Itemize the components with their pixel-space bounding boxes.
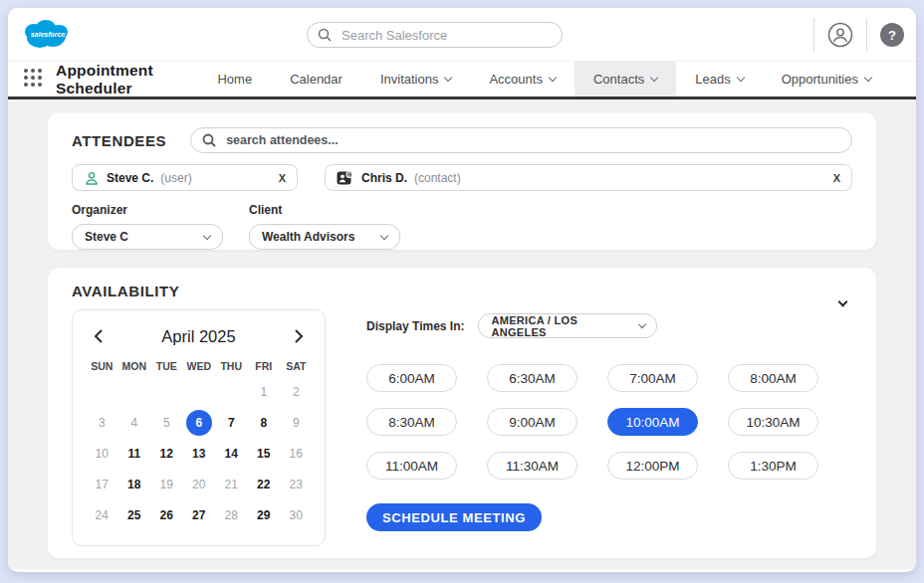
attendees-card: ATTENDEES Steve C.(user)X@Chris D.(conta… [47,111,877,251]
calendar-day[interactable]: 2 [283,379,309,405]
nav-item-label: Leads [695,72,730,87]
time-slot-button[interactable]: 1:30PM [728,452,818,480]
calendar-day[interactable]: 8 [251,410,277,436]
calendar: April 2025 SUNMONTUEWEDTHUFRISAT 1234567… [72,309,326,546]
collapse-section-button[interactable] [835,290,850,312]
global-search[interactable] [307,22,563,48]
help-button[interactable]: ? [880,23,904,47]
calendar-day[interactable]: 20 [186,472,212,497]
attendee-chip[interactable]: Steve C.(user)X [72,164,298,191]
calendar-day[interactable]: 28 [218,502,244,528]
client-select[interactable]: Wealth Advisors [249,224,400,250]
calendar-day-cell: 30 [280,499,313,530]
attendee-chip[interactable]: @Chris D.(contact)X [325,164,852,191]
calendar-day[interactable]: 24 [89,502,115,528]
calendar-day[interactable]: 5 [153,410,179,436]
client-label: Client [249,203,426,217]
app-title: Appointment Scheduler [56,62,198,97]
calendar-day-cell [183,376,216,407]
attendee-search[interactable] [190,127,852,153]
attendee-name: Steve C. [107,171,153,185]
calendar-day[interactable]: 3 [89,410,115,436]
remove-attendee-icon[interactable]: X [279,172,286,184]
calendar-day[interactable]: 29 [251,502,277,528]
calendar-day[interactable]: 14 [218,441,244,467]
nav-item-accounts[interactable]: Accounts [470,59,574,97]
calendar-day[interactable]: 4 [121,410,147,436]
nav-item-calendar[interactable]: Calendar [271,59,361,97]
app-launcher-icon[interactable] [24,69,42,91]
time-slot-button[interactable]: 9:00AM [487,408,578,436]
nav-bar: Appointment Scheduler HomeCalendarInvita… [8,62,916,99]
next-month-button[interactable] [290,326,308,346]
availability-title: AVAILABILITY [72,283,852,299]
time-slot-button[interactable]: 10:30AM [728,408,818,436]
calendar-day[interactable]: 11 [121,441,147,467]
calendar-day[interactable]: 6 [186,410,212,436]
calendar-day[interactable]: 22 [251,472,277,497]
time-slot-button[interactable]: 12:00PM [607,452,698,480]
calendar-day[interactable]: 13 [186,441,212,467]
calendar-day[interactable]: 19 [153,472,179,497]
calendar-day[interactable]: 1 [251,379,277,405]
remove-attendee-icon[interactable]: X [833,172,840,184]
calendar-day-cell: 4 [118,407,151,438]
chevron-down-icon [736,74,744,82]
attendee-search-input[interactable] [224,132,840,148]
time-slot-button[interactable]: 7:00AM [607,364,698,392]
time-slot-button[interactable]: 8:30AM [366,408,457,436]
calendar-day-cell [215,376,248,407]
weekday-label: TUE [150,354,183,376]
calendar-day[interactable]: 18 [121,472,147,497]
contact-card-icon: @ [337,170,354,186]
calendar-day[interactable]: 10 [89,441,115,467]
nav-item-invitations[interactable]: Invitations [361,59,471,97]
user-circle-icon [827,22,853,48]
calendar-day[interactable]: 15 [251,441,277,467]
weekday-label: WED [183,354,216,376]
calendar-day[interactable]: 26 [153,502,179,528]
timezone-select[interactable]: AMERICA / LOS ANGELES [478,313,657,338]
divider [813,18,814,52]
calendar-month-label: April 2025 [161,327,235,346]
time-slot-button[interactable]: 6:30AM [487,364,578,392]
nav-item-label: Accounts [489,72,542,87]
search-icon [202,133,216,147]
nav-item-home[interactable]: Home [198,59,271,97]
calendar-day[interactable]: 25 [121,502,147,528]
schedule-meeting-button[interactable]: SCHEDULE MEETING [366,503,542,531]
calendar-day[interactable]: 23 [283,472,309,497]
calendar-day[interactable]: 7 [218,410,244,436]
user-menu-button[interactable] [827,22,853,48]
previous-month-button[interactable] [90,326,108,346]
organizer-select[interactable]: Steve C [72,224,223,250]
time-slot-button[interactable]: 11:00AM [366,452,457,480]
calendar-day-cell: 18 [118,469,151,499]
calendar-day-cell: 10 [86,438,118,469]
time-slot-button[interactable]: 11:30AM [487,452,578,480]
organizer-label: Organizer [72,203,249,217]
global-search-input[interactable] [340,27,552,44]
calendar-day-cell: 26 [150,499,183,530]
time-slot-button[interactable]: 10:00AM [607,408,698,436]
nav-item-opportunities[interactable]: Opportunities [763,59,890,97]
attendee-type: (contact) [414,171,461,185]
nav-item-leads[interactable]: Leads [676,59,762,97]
calendar-day[interactable]: 17 [89,472,115,497]
calendar-day[interactable]: 12 [153,441,179,467]
calendar-day[interactable]: 21 [218,472,244,497]
salesforce-logo: salesforce [22,16,74,58]
nav-item-contacts[interactable]: Contacts [575,59,676,97]
time-slot-button[interactable]: 8:00AM [728,364,818,392]
calendar-day-cell: 6 [183,407,216,438]
page-background: salesforce ? [0,0,924,583]
calendar-weekday-row: SUNMONTUEWEDTHUFRISAT [86,354,312,376]
calendar-day[interactable]: 16 [283,441,309,467]
attendee-chips: Steve C.(user)X@Chris D.(contact)X [72,164,852,191]
calendar-day-cell: 16 [280,438,313,469]
calendar-day[interactable]: 30 [283,502,309,528]
calendar-day-cell: 29 [248,499,281,530]
calendar-day[interactable]: 9 [283,410,309,436]
time-slot-button[interactable]: 6:00AM [366,364,457,392]
calendar-day[interactable]: 27 [186,502,212,528]
